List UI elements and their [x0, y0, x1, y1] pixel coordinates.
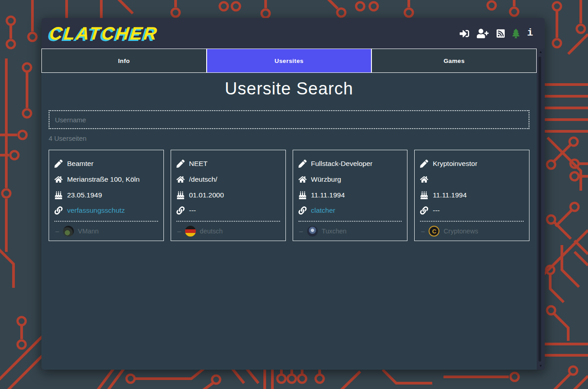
app-logo[interactable]: CLATCHER — [49, 24, 159, 42]
main-nav: Info Usersites Games — [41, 49, 537, 73]
owner-avatar — [185, 226, 196, 237]
website-row: --- — [176, 205, 280, 216]
job-row: Fullstack-Developer — [299, 158, 402, 169]
website-link[interactable]: verfassungsschutz — [67, 206, 125, 215]
birthday-text: 23.05.1949 — [67, 191, 102, 199]
home-icon — [299, 175, 307, 183]
pencil-icon — [176, 160, 185, 168]
usersite-card: NEET /deutsch/ 01.01.2000 --- — [171, 150, 286, 241]
app-window: CLATCHER i Info Usersites Games — [41, 18, 545, 370]
website-row: clatcher — [299, 205, 402, 216]
page-title: Usersite Search — [49, 79, 529, 98]
usersite-cards: Beamter Merianstraße 100, Köln 23.05.194… — [49, 150, 529, 241]
birthday-row: 01.01.2000 — [176, 190, 280, 201]
owner-dash: – — [421, 228, 425, 235]
rss-icon[interactable] — [497, 29, 505, 38]
user-plus-icon-glyph — [477, 29, 488, 38]
chain-link-icon — [420, 206, 428, 215]
usersite-card: Kryptoinvestor 11.11.1994 --- — [414, 150, 529, 241]
birthday-text: 11.11.1994 — [433, 191, 466, 199]
panel-main: Info Usersites Games Usersite Search 4 U… — [41, 49, 537, 370]
birthday-cake-icon — [299, 191, 307, 199]
tab-usersites[interactable]: Usersites — [207, 49, 372, 72]
pencil-icon — [54, 160, 63, 168]
website-link[interactable]: clatcher — [311, 206, 335, 215]
tree-icon-glyph — [512, 29, 520, 38]
rss-icon-glyph — [497, 29, 505, 38]
birthday-row: 11.11.1994 — [299, 190, 402, 201]
birthday-row: 23.05.1949 — [54, 190, 158, 201]
address-text: /deutsch/ — [189, 175, 217, 183]
scroll-down-icon[interactable]: ▼ — [539, 364, 543, 368]
address-row: Würzburg — [299, 174, 402, 185]
job-text: Beamter — [67, 160, 94, 168]
birthday-cake-icon — [420, 191, 428, 199]
result-count: 4 Userseiten — [49, 134, 529, 142]
website-text: --- — [189, 206, 196, 215]
tab-games[interactable]: Games — [372, 49, 536, 72]
home-icon — [420, 175, 428, 183]
owner-name: Cryptonews — [443, 228, 478, 235]
owner-name: Tuxchen — [322, 228, 347, 235]
birthday-cake-icon — [54, 191, 63, 199]
website-row: verfassungsschutz — [54, 205, 158, 216]
job-row: NEET — [176, 158, 280, 169]
job-text: NEET — [189, 160, 208, 168]
usersite-card: Beamter Merianstraße 100, Köln 23.05.194… — [49, 150, 164, 241]
chain-link-icon — [299, 206, 307, 215]
website-row: --- — [420, 205, 524, 216]
owner-dash: – — [299, 228, 303, 235]
address-row — [420, 174, 524, 185]
job-text: Kryptoinvestor — [433, 160, 477, 168]
sign-in-icon-glyph — [460, 29, 469, 38]
birthday-text: 11.11.1994 — [311, 191, 345, 199]
home-icon — [54, 175, 63, 183]
job-row: Kryptoinvestor — [420, 158, 524, 169]
owner-name: VMann — [78, 228, 99, 235]
usersite-card: Fullstack-Developer Würzburg 11.11.1994 — [293, 150, 408, 241]
panel-body: Info Usersites Games Usersite Search 4 U… — [41, 49, 545, 370]
scroll-up-icon[interactable]: ▲ — [539, 50, 543, 54]
tree-icon[interactable] — [512, 29, 520, 38]
card-owner[interactable]: – deutsch — [176, 221, 280, 241]
usersite-search-page: Usersite Search 4 Userseiten Beamter Mer… — [41, 73, 537, 370]
scrollbar-thumb[interactable] — [538, 57, 541, 362]
header-actions: i — [460, 28, 533, 38]
sign-in-icon[interactable] — [460, 29, 469, 38]
app-header: CLATCHER i — [41, 18, 545, 49]
username-search-input[interactable] — [49, 110, 529, 129]
owner-avatar: C — [429, 226, 439, 237]
tab-info[interactable]: Info — [42, 49, 207, 72]
owner-name: deutsch — [200, 228, 223, 235]
job-text: Fullstack-Developer — [311, 160, 373, 168]
owner-dash: – — [55, 228, 59, 235]
website-text: --- — [433, 206, 440, 215]
card-owner[interactable]: – VMann — [54, 221, 158, 241]
user-plus-icon[interactable] — [477, 29, 488, 38]
address-row: /deutsch/ — [176, 174, 280, 185]
info-icon[interactable]: i — [527, 28, 533, 38]
owner-avatar — [307, 226, 318, 237]
birthday-cake-icon — [176, 191, 185, 199]
vertical-scrollbar[interactable]: ▲ ▼ — [537, 49, 545, 370]
birthday-text: 01.01.2000 — [189, 191, 224, 199]
address-text: Würzburg — [311, 175, 341, 183]
pencil-icon — [420, 160, 428, 168]
card-owner[interactable]: – C Cryptonews — [420, 221, 524, 241]
job-row: Beamter — [54, 158, 158, 169]
home-icon — [176, 175, 185, 183]
card-owner[interactable]: – Tuxchen — [299, 221, 402, 241]
pencil-icon — [299, 160, 307, 168]
owner-avatar — [63, 226, 74, 237]
address-text: Merianstraße 100, Köln — [67, 175, 140, 183]
birthday-row: 11.11.1994 — [420, 190, 524, 201]
address-row: Merianstraße 100, Köln — [54, 174, 158, 185]
chain-link-icon — [176, 206, 185, 215]
chain-link-icon — [54, 206, 63, 215]
owner-dash: – — [177, 228, 181, 235]
